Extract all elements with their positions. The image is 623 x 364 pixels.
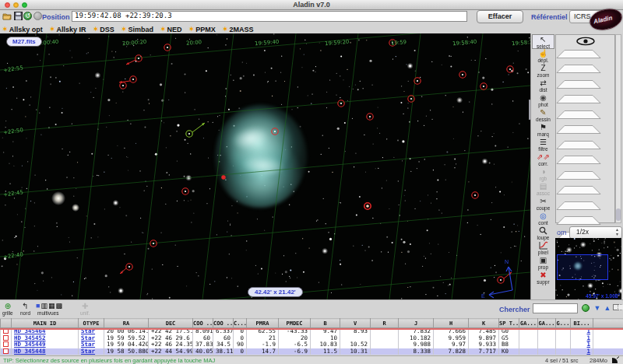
table-row[interactable]: HD 345448Star19 58 50.8804+22 44 54.9914… <box>1 348 623 355</box>
quicklink-dss[interactable]: ✶DSS <box>93 26 114 33</box>
table-cell: 1 <box>571 335 593 342</box>
empty-plane-slot[interactable] <box>556 184 614 198</box>
table-cell: Star <box>79 341 104 348</box>
column-header-g[interactable]: G... <box>556 319 571 328</box>
tool-coupe[interactable]: ✂coupe <box>532 197 554 212</box>
column-header-checkbox[interactable] <box>593 319 623 328</box>
quicklink-allsky-opt[interactable]: ✶Allsky opt <box>2 26 43 33</box>
column-header-j[interactable]: J <box>399 319 434 328</box>
column-header-v[interactable]: V <box>340 319 371 328</box>
empty-plane-slot[interactable] <box>556 153 614 167</box>
multiview-layout-icon[interactable]: ▦ <box>48 302 55 310</box>
empty-plane-slot[interactable] <box>556 108 614 122</box>
tool-phot[interactable]: ◉phot <box>532 93 554 108</box>
row-tag-checkbox[interactable] <box>3 335 9 341</box>
tool-corr[interactable]: ⇗⇗corr. <box>532 152 554 167</box>
empty-plane-slot[interactable] <box>556 47 614 61</box>
bibcode-link[interactable]: 1 <box>586 335 590 341</box>
tool-select[interactable]: ↖select <box>532 34 554 49</box>
table-row[interactable]: HD 345452Star19 59 59.52+22 46 29.660600… <box>1 335 623 342</box>
viewbar-grille[interactable]: ⊕grille <box>2 302 13 316</box>
column-header-dec[interactable]: DEC <box>149 319 193 328</box>
otype-link[interactable]: Star <box>81 341 95 348</box>
stepper-arrows-icon[interactable]: ▴▾ <box>614 228 621 236</box>
search-input[interactable] <box>533 303 578 313</box>
otype-link[interactable]: Star <box>81 335 95 341</box>
tool-pixel[interactable]: pixel <box>532 241 554 256</box>
quicklink-ned[interactable]: ✶NED <box>160 26 182 33</box>
empty-plane-slot[interactable] <box>556 199 614 213</box>
row-tag-checkbox[interactable] <box>3 341 9 347</box>
tool-marq[interactable]: ⚑marq <box>532 123 554 138</box>
save-icon[interactable] <box>13 12 23 21</box>
column-header-checkbox[interactable] <box>1 319 12 328</box>
photometry-icon: ◉ <box>532 93 554 102</box>
column-header-mainid[interactable]: MAIN ID <box>12 319 79 328</box>
column-header-r[interactable]: R <box>371 319 399 328</box>
quicklink-simbad[interactable]: ✶Simbad <box>121 26 153 33</box>
scrollbar-handle[interactable] <box>616 208 621 221</box>
empty-plane-slot[interactable] <box>556 138 614 152</box>
column-header-spt[interactable]: SP T... <box>499 319 519 328</box>
source-id-link[interactable]: HD 345449 <box>14 341 46 348</box>
effacer-button[interactable]: Effacer <box>477 10 523 23</box>
column-header-pmdec[interactable]: PMDEC <box>279 319 311 328</box>
search-previous-button[interactable]: ▲ <box>603 303 612 313</box>
empty-plane-slot[interactable] <box>556 62 614 76</box>
bibcode-link[interactable]: 1 <box>586 341 590 348</box>
position-input[interactable]: 19:59:42.08 +22:39:20.3 <box>72 11 467 22</box>
column-header-otype[interactable]: OTYPE <box>79 319 104 328</box>
table-detach-button[interactable] <box>618 304 623 310</box>
thumbnail-view-rectangle[interactable] <box>557 254 608 280</box>
column-header-pmra[interactable]: PMRA <box>247 319 279 328</box>
tool-zoom[interactable]: Zzoom <box>532 64 554 79</box>
multiview-layout-icon[interactable]: ▩ <box>55 302 62 310</box>
quicklink-2mass[interactable]: ✶2MASS <box>223 26 254 33</box>
open-file-icon[interactable] <box>2 12 12 21</box>
column-header-ra[interactable]: RA <box>104 319 149 328</box>
column-header-coo[interactable]: COO ... <box>213 319 234 328</box>
quicklink-ppmx[interactable]: ✶PPMX <box>189 26 216 33</box>
empty-plane-slot[interactable] <box>556 169 614 183</box>
column-header-k[interactable]: K <box>469 319 499 328</box>
column-header-ga[interactable]: GA... <box>519 319 538 328</box>
search-go-button[interactable] <box>581 303 590 313</box>
simbad-source-marker[interactable] <box>222 176 225 179</box>
quicklink-allsky-ir[interactable]: ✶Allsky IR <box>50 26 86 33</box>
row-tag-checkbox[interactable] <box>3 348 9 354</box>
star-bullet-icon: ✶ <box>121 26 127 33</box>
active-view-icon[interactable]: ■ <box>36 302 40 310</box>
column-header-bi[interactable]: BI... <box>571 319 593 328</box>
zoom-factor-select[interactable]: 1/2x▴▾ <box>569 226 622 239</box>
column-header-ga[interactable]: GA... <box>538 319 556 328</box>
overview-thumbnail[interactable]: 45.97' x 1.008° <box>555 238 621 299</box>
empty-plane-slot[interactable] <box>556 78 614 92</box>
source-id-link[interactable]: HD 345452 <box>14 335 46 341</box>
empty-plane-slot[interactable] <box>556 123 614 137</box>
column-header-coo[interactable]: COO ... <box>193 319 213 328</box>
table-cell: 34.5 <box>213 341 234 348</box>
multiview-layout-icon[interactable]: ▥ <box>40 302 48 310</box>
sky-view[interactable]: NE 20:00:4020:00:2020:0019:59:4019:59:20… <box>0 33 530 299</box>
tool-suppr[interactable]: ✖suppr <box>532 271 554 285</box>
otype-link[interactable]: Star <box>81 348 95 355</box>
tool-dpl[interactable]: ☝dépl. <box>532 49 554 64</box>
table-row[interactable]: HD 345449Star19 59 04.4201+22 46 24.3563… <box>1 341 623 348</box>
search-next-button[interactable]: ▼ <box>593 303 602 313</box>
tool-prop[interactable]: ▣prop <box>532 256 554 271</box>
source-id-link[interactable]: HD 345448 <box>14 348 46 355</box>
column-header-c[interactable]: C... <box>234 319 247 328</box>
tool-loupe[interactable]: loupe <box>532 226 554 241</box>
tool-cont[interactable]: ◎cont <box>532 212 554 226</box>
back-icon[interactable]: ↺ <box>23 12 33 21</box>
bibcode-link[interactable]: 1 <box>586 348 590 355</box>
tool-dist[interactable]: ⇄dist <box>532 79 554 93</box>
column-header-b[interactable]: B <box>311 319 340 328</box>
tool-dessin[interactable]: ✎dessin <box>532 108 554 123</box>
empty-plane-slot[interactable] <box>556 93 614 107</box>
table-cell: Star <box>79 335 104 342</box>
tool-filtre[interactable]: ☰filtre <box>532 138 554 152</box>
viewbar-nord[interactable]: ↰nord <box>20 302 30 316</box>
column-header-h[interactable]: H <box>434 319 469 328</box>
stack-scrollbar[interactable] <box>615 34 621 223</box>
